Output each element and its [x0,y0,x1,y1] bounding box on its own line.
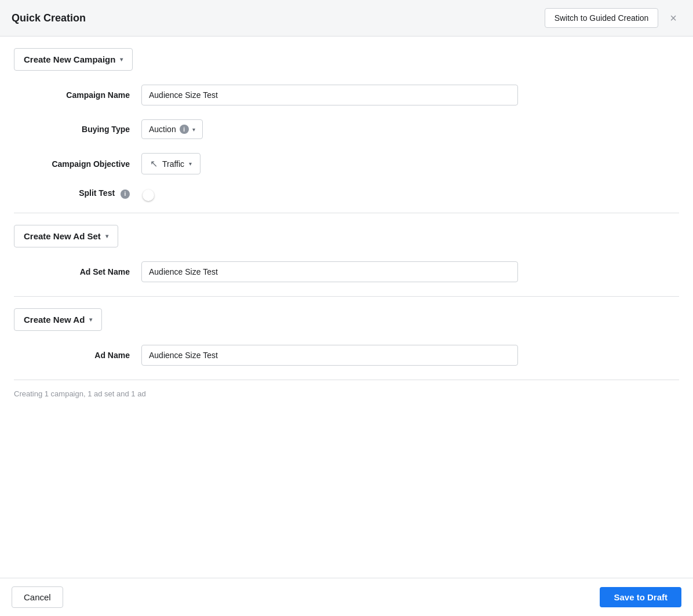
campaign-dropdown-arrow-icon: ▾ [120,56,123,63]
ad-set-name-input[interactable] [141,261,518,282]
ad-set-section: Create New Ad Set ▾ Ad Set Name [14,225,679,282]
close-button[interactable]: × [665,10,681,26]
create-new-campaign-label: Create New Campaign [24,54,115,64]
split-test-label: Split Test i [14,188,141,199]
header-actions: Switch to Guided Creation × [545,8,681,28]
buying-type-label: Buying Type [14,125,141,134]
save-to-draft-button[interactable]: Save to Draft [600,587,681,607]
campaign-objective-dropdown[interactable]: ↖ Traffic ▾ [141,153,200,174]
buying-type-arrow-icon: ▾ [192,126,195,133]
traffic-cursor-icon: ↖ [150,158,158,169]
objective-arrow-icon: ▾ [189,161,192,167]
ad-set-name-row: Ad Set Name [14,261,679,282]
adset-ad-divider [14,296,679,297]
modal-footer: Cancel Save to Draft [0,578,693,616]
switch-guided-button[interactable]: Switch to Guided Creation [545,8,659,28]
buying-type-dropdown[interactable]: Auction i ▾ [141,119,203,139]
ad-name-row: Ad Name [14,345,679,366]
campaign-section: Create New Campaign ▾ Campaign Name Buyi… [14,48,679,199]
campaign-objective-value: Traffic [162,159,184,169]
split-test-control [141,188,518,199]
ad-dropdown-arrow-icon: ▾ [89,316,92,323]
summary-text: Creating 1 campaign, 1 ad set and 1 ad [14,389,146,398]
campaign-name-label: Campaign Name [14,90,141,100]
ad-section: Create New Ad ▾ Ad Name [14,308,679,366]
ad-name-label: Ad Name [14,351,141,360]
split-test-info-icon[interactable]: i [121,189,130,199]
buying-type-row: Buying Type Auction i ▾ [14,119,679,139]
main-content: Create New Campaign ▾ Campaign Name Buyi… [0,37,693,578]
campaign-name-control [141,85,518,105]
create-new-ad-label: Create New Ad [24,315,85,325]
create-new-ad-set-button[interactable]: Create New Ad Set ▾ [14,225,118,247]
campaign-name-row: Campaign Name [14,85,679,105]
ad-set-dropdown-arrow-icon: ▾ [105,233,108,239]
campaign-adset-divider [14,213,679,213]
campaign-name-input[interactable] [141,85,518,105]
ad-name-input[interactable] [141,345,518,366]
campaign-objective-control: ↖ Traffic ▾ [141,153,518,174]
buying-type-info-icon[interactable]: i [180,125,189,134]
ad-set-name-control [141,261,518,282]
buying-type-control: Auction i ▾ [141,119,518,139]
ad-name-control [141,345,518,366]
create-new-ad-set-label: Create New Ad Set [24,231,101,241]
modal-header: Quick Creation Switch to Guided Creation… [0,0,693,37]
campaign-objective-label: Campaign Objective [14,159,141,169]
create-new-ad-button[interactable]: Create New Ad ▾ [14,308,102,331]
modal-title: Quick Creation [12,12,86,24]
create-new-campaign-button[interactable]: Create New Campaign ▾ [14,48,133,71]
ad-set-name-label: Ad Set Name [14,267,141,276]
buying-type-value: Auction [149,125,176,134]
modal-container: Quick Creation Switch to Guided Creation… [0,0,693,616]
summary-section: Creating 1 campaign, 1 ad set and 1 ad [14,380,679,407]
split-test-row: Split Test i [14,188,679,199]
campaign-objective-row: Campaign Objective ↖ Traffic ▾ [14,153,679,174]
cancel-button[interactable]: Cancel [12,586,63,608]
